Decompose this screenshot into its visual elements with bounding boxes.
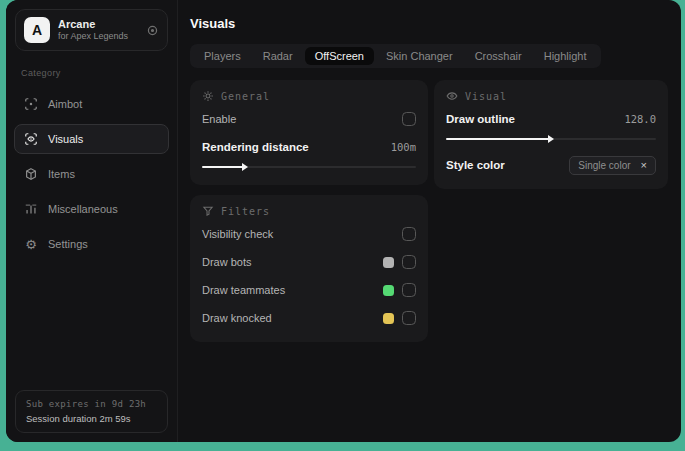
draw-knocked-row: Draw knocked <box>202 307 416 329</box>
rendering-distance-row: Rendering distance 100m <box>202 136 416 158</box>
tab-highlight[interactable]: Highlight <box>534 47 597 65</box>
draw-outline-label: Draw outline <box>446 113 515 125</box>
draw-bots-label: Draw bots <box>202 256 252 268</box>
sidebar-item-label: Items <box>48 168 75 180</box>
panel-title: Filters <box>221 206 270 217</box>
draw-teammates-row: Draw teammates <box>202 279 416 301</box>
sidebar-item-items[interactable]: Items <box>14 159 169 189</box>
sidebar-item-miscellaneous[interactable]: Miscellaneous <box>14 194 169 224</box>
sidebar-item-label: Visuals <box>48 133 83 145</box>
sidebar: A Arcane for Apex Legends Category <box>6 0 178 442</box>
app-window: A Arcane for Apex Legends Category <box>6 0 681 442</box>
sidebar-item-label: Aimbot <box>48 98 82 110</box>
bars-icon <box>24 202 38 216</box>
tab-radar[interactable]: Radar <box>253 47 303 65</box>
draw-bots-color-swatch[interactable] <box>383 257 394 268</box>
style-color-row: Style color Single color × <box>446 154 656 176</box>
eye-scan-icon <box>24 132 38 146</box>
draw-bots-row: Draw bots <box>202 251 416 273</box>
draw-outline-value: 128.0 <box>624 113 656 125</box>
app-subtitle: for Apex Legends <box>58 31 138 42</box>
draw-knocked-color-swatch[interactable] <box>383 313 394 324</box>
sidebar-item-aimbot[interactable]: Aimbot <box>14 89 169 119</box>
crosshair-target-icon <box>24 97 38 111</box>
rendering-distance-slider[interactable] <box>202 162 416 172</box>
draw-outline-slider[interactable] <box>446 134 656 144</box>
panel-visual: Visual Draw outline 128.0 Style color <box>434 80 668 189</box>
tab-crosshair[interactable]: Crosshair <box>465 47 532 65</box>
rendering-distance-label: Rendering distance <box>202 141 309 153</box>
tab-skin-changer[interactable]: Skin Changer <box>376 47 463 65</box>
session-duration-text: Session duration 2m 59s <box>26 413 157 424</box>
panel-filters: Filters Visibility check Draw bots <box>190 195 428 342</box>
subscription-info-card: Sub expires in 9d 23h Session duration 2… <box>15 390 168 433</box>
sidebar-item-label: Miscellaneous <box>48 203 118 215</box>
enable-checkbox[interactable] <box>402 112 416 126</box>
draw-knocked-checkbox[interactable] <box>402 311 416 325</box>
page-title: Visuals <box>190 16 667 31</box>
visuals-tabstrip: Players Radar OffScreen Skin Changer Cro… <box>190 44 601 68</box>
category-label: Category <box>21 68 162 78</box>
rendering-distance-value: 100m <box>391 141 416 153</box>
main-content: Visuals Players Radar OffScreen Skin Cha… <box>178 0 681 442</box>
sidebar-item-visuals[interactable]: Visuals <box>14 124 169 154</box>
gear-icon: ⚙ <box>24 238 38 251</box>
slider-thumb[interactable] <box>548 135 554 143</box>
enable-row: Enable <box>202 108 416 130</box>
app-name: Arcane <box>58 18 138 32</box>
visibility-check-label: Visibility check <box>202 228 273 240</box>
draw-teammates-checkbox[interactable] <box>402 283 416 297</box>
sub-expires-text: Sub expires in 9d 23h <box>26 399 157 409</box>
style-color-label: Style color <box>446 159 505 171</box>
visibility-check-checkbox[interactable] <box>402 227 416 241</box>
style-color-select[interactable]: Single color × <box>569 156 656 175</box>
slider-thumb[interactable] <box>242 163 248 171</box>
brand-card: A Arcane for Apex Legends <box>15 9 168 51</box>
clear-icon[interactable]: × <box>641 160 647 171</box>
sun-icon <box>202 90 214 102</box>
eye-icon <box>446 90 458 102</box>
tab-offscreen[interactable]: OffScreen <box>305 47 374 65</box>
draw-teammates-color-swatch[interactable] <box>383 285 394 296</box>
pin-icon[interactable] <box>146 24 159 37</box>
tab-players[interactable]: Players <box>194 47 251 65</box>
panel-title: Visual <box>465 91 507 102</box>
draw-outline-row: Draw outline 128.0 <box>446 108 656 130</box>
draw-knocked-label: Draw knocked <box>202 312 272 324</box>
sidebar-item-settings[interactable]: ⚙ Settings <box>14 229 169 259</box>
draw-teammates-label: Draw teammates <box>202 284 285 296</box>
sidebar-nav: Aimbot Visuals <box>6 84 177 264</box>
box-icon <box>24 167 38 181</box>
draw-bots-checkbox[interactable] <box>402 255 416 269</box>
app-logo: A <box>24 17 50 43</box>
panel-title: General <box>221 91 270 102</box>
panel-general: General Enable Rendering distance 100m <box>190 80 428 185</box>
funnel-icon <box>202 205 214 217</box>
style-color-selected-value: Single color <box>578 160 630 171</box>
visibility-check-row: Visibility check <box>202 223 416 245</box>
enable-label: Enable <box>202 113 236 125</box>
sidebar-item-label: Settings <box>48 238 88 250</box>
